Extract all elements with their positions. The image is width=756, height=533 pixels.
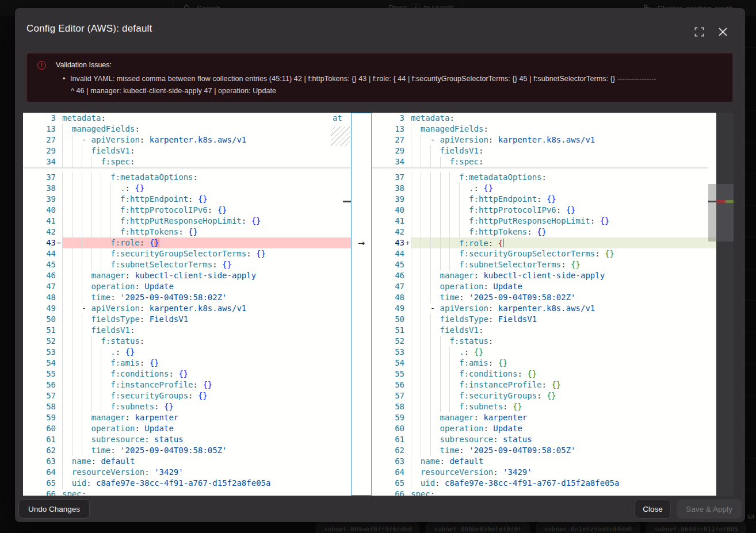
validation-issues-banner: ! Validation Issues: •Invalid YAML: miss… <box>26 53 733 102</box>
code-line[interactable]: 46manager: kubectl-client-side-apply <box>23 270 351 281</box>
validation-title: Validation Issues: <box>56 61 112 69</box>
code-line[interactable]: 48time: '2025-09-04T09:58:02Z' <box>23 292 351 303</box>
code-line[interactable]: 45f:subnetSelectorTerms: {} <box>372 259 708 270</box>
code-line[interactable]: 61subresource: status <box>372 434 708 445</box>
code-line[interactable]: 39f:httpEndpoint: {} <box>23 194 351 205</box>
scrollbar-slider[interactable] <box>708 184 716 241</box>
code-line[interactable]: 57f:securityGroups: {} <box>372 390 708 401</box>
code-line[interactable]: 59manager: karpenter <box>23 412 351 423</box>
close-button[interactable]: Close <box>635 499 671 519</box>
code-line[interactable]: 53.: {} <box>23 347 351 358</box>
scrollbar-position-mark <box>708 201 716 202</box>
code-line[interactable]: 62time: '2025-09-04T09:58:05Z' <box>372 445 708 456</box>
sticky-scroll-modified: 3metadata:13managedFields:27- apiVersion… <box>372 113 708 167</box>
save-apply-button-disabled: Save & Apply <box>677 499 742 519</box>
code-line[interactable]: 51fieldsV1: <box>372 325 708 336</box>
code-line[interactable]: 57f:securityGroups: {} <box>23 390 351 401</box>
code-line[interactable]: 55f:conditions: {} <box>372 369 708 379</box>
code-line[interactable]: 58f:subnets: {} <box>23 401 351 412</box>
code-line[interactable]: 43+f:role: { <box>372 237 708 248</box>
diff-pane-modified[interactable]: 3metadata:13managedFields:27- apiVersion… <box>372 113 708 496</box>
code-line[interactable]: 29fieldsV1: <box>23 145 351 156</box>
code-line[interactable]: 46manager: kubectl-client-side-apply <box>372 270 708 281</box>
fullscreen-icon[interactable] <box>693 25 705 38</box>
code-line[interactable]: 41f:httpPutResponseHopLimit: {} <box>372 216 708 227</box>
bullet: • <box>63 73 70 85</box>
close-icon[interactable] <box>716 25 729 38</box>
code-line[interactable]: 56f:instanceProfile: {} <box>372 379 708 390</box>
config-editor-dialog: Config Editor (AWS): default ! Validatio… <box>15 8 745 522</box>
code-line[interactable]: 40f:httpProtocolIPv6: {} <box>372 205 708 216</box>
code-line[interactable]: 42f:httpTokens: {} <box>23 227 351 237</box>
error-icon: ! <box>37 61 46 70</box>
overview-deletion-mark <box>716 200 726 203</box>
code-line[interactable]: 50fieldsType: FieldsV1 <box>372 314 708 325</box>
code-line[interactable]: 54f:amis: {} <box>372 358 708 369</box>
yaml-diff-editor[interactable]: 3metadata:13managedFields:27- apiVersion… <box>23 113 734 496</box>
code-line[interactable]: 27- apiVersion: karpenter.k8s.aws/v1 <box>372 135 708 145</box>
code-line[interactable]: 3metadata: <box>372 113 708 124</box>
code-line[interactable]: 60operation: Update <box>23 423 351 434</box>
code-line[interactable]: 37f:metadataOptions: <box>372 172 708 183</box>
code-line[interactable]: 45f:subnetSelectorTerms: {} <box>23 259 351 270</box>
code-line[interactable]: 3metadata: <box>23 113 351 124</box>
code-line[interactable]: 37f:metadataOptions: <box>23 172 351 183</box>
code-line[interactable]: 47operation: Update <box>23 281 351 292</box>
validation-message: •Invalid YAML: missed comma between flow… <box>63 73 723 97</box>
code-line[interactable]: 64resourceVersion: '3429' <box>372 467 708 478</box>
code-line[interactable]: 54f:amis: {} <box>23 358 351 369</box>
code-line[interactable]: 27- apiVersion: karpenter.k8s.aws/v1 <box>23 135 351 145</box>
code-line[interactable]: 13managedFields: <box>372 124 708 135</box>
clipped-sticky-text: at <box>333 113 342 124</box>
code-line[interactable]: 44f:securityGroupSelectorTerms: {} <box>372 248 708 259</box>
code-line[interactable]: 38.: {} <box>23 183 351 194</box>
diff-gutter: → <box>351 113 372 496</box>
code-line[interactable]: 64resourceVersion: '3429' <box>23 467 351 478</box>
overview-ruler[interactable] <box>716 113 734 496</box>
code-line[interactable]: 39f:httpEndpoint: {} <box>372 194 708 205</box>
code-line[interactable]: 56f:instanceProfile: {} <box>23 379 351 390</box>
revert-change-arrow-icon[interactable]: → <box>352 238 371 249</box>
code-line[interactable]: 42f:httpTokens: {} <box>372 227 708 237</box>
overview-ruler-slider[interactable] <box>716 184 734 241</box>
code-line[interactable]: 55f:conditions: {} <box>23 369 351 379</box>
code-line[interactable]: 29fieldsV1: <box>372 145 708 156</box>
overview-insertion-mark <box>726 200 734 203</box>
vertical-scrollbar[interactable] <box>708 113 716 496</box>
undo-changes-button[interactable]: Undo Changes <box>18 499 90 519</box>
code-line[interactable]: 58f:subnets: {} <box>372 401 708 412</box>
code-line[interactable]: 59manager: karpenter <box>372 412 708 423</box>
code-line[interactable]: 38.: {} <box>372 183 708 194</box>
code-line[interactable]: 52f:status: <box>23 336 351 347</box>
scrollbar-position-mark <box>343 201 351 202</box>
code-line[interactable]: 49- apiVersion: karpenter.k8s.aws/v1 <box>372 303 708 314</box>
code-line[interactable]: 49- apiVersion: karpenter.k8s.aws/v1 <box>23 303 351 314</box>
code-line[interactable]: 50fieldsType: FieldsV1 <box>23 314 351 325</box>
code-line[interactable]: 52f:status: <box>372 336 708 347</box>
diff-pane-original[interactable]: 3metadata:13managedFields:27- apiVersion… <box>23 113 351 496</box>
code-line[interactable]: 51fieldsV1: <box>23 325 351 336</box>
code-line[interactable]: 53.: {} <box>372 347 708 358</box>
code-line[interactable]: 41f:httpPutResponseHopLimit: {} <box>23 216 351 227</box>
code-line[interactable]: 40f:httpProtocolIPv6: {} <box>23 205 351 216</box>
code-line[interactable]: 43−f:role: {} <box>23 237 351 248</box>
code-line[interactable]: 61subresource: status <box>23 434 351 445</box>
dialog-title: Config Editor (AWS): default <box>26 23 152 34</box>
code-line[interactable]: 62time: '2025-09-04T09:58:05Z' <box>23 445 351 456</box>
code-line[interactable]: 34f:spec: <box>372 156 708 167</box>
code-modified[interactable]: 37f:metadataOptions:38.: {}39f:httpEndpo… <box>372 172 708 496</box>
code-line[interactable]: 44f:securityGroupSelectorTerms: {} <box>23 248 351 259</box>
code-line[interactable]: 66spec: <box>23 489 351 496</box>
code-line[interactable]: 13managedFields: <box>23 124 351 135</box>
code-line[interactable]: 60operation: Update <box>372 423 708 434</box>
code-line[interactable]: 48time: '2025-09-04T09:58:02Z' <box>372 292 708 303</box>
code-line[interactable]: 63name: default <box>23 456 351 467</box>
code-original[interactable]: 37f:metadataOptions:38.: {}39f:httpEndpo… <box>23 172 351 496</box>
diff-hatch-pattern <box>331 126 350 146</box>
code-line[interactable]: 34f:spec: <box>23 156 351 167</box>
code-line[interactable]: 63name: default <box>372 456 708 467</box>
code-line[interactable]: 65uid: c8afe97e-38cc-4f91-a767-d15f2a8fe… <box>372 478 708 489</box>
code-line[interactable]: 47operation: Update <box>372 281 708 292</box>
code-line[interactable]: 65uid: c8afe97e-38cc-4f91-a767-d15f2a8fe… <box>23 478 351 489</box>
code-line[interactable]: 66spec: <box>372 489 708 496</box>
